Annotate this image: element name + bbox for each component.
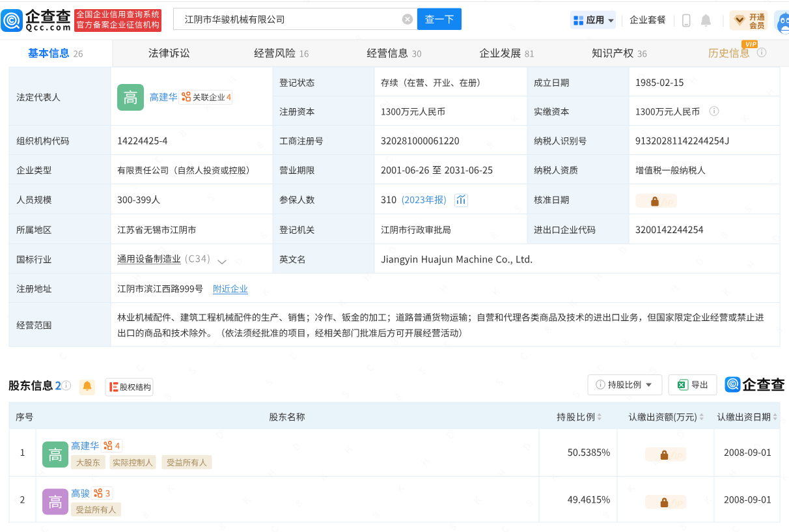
svg-text:IP: IP [674, 451, 684, 461]
svg-text:IP: IP [665, 198, 674, 208]
svg-text:IP: IP [674, 499, 684, 509]
